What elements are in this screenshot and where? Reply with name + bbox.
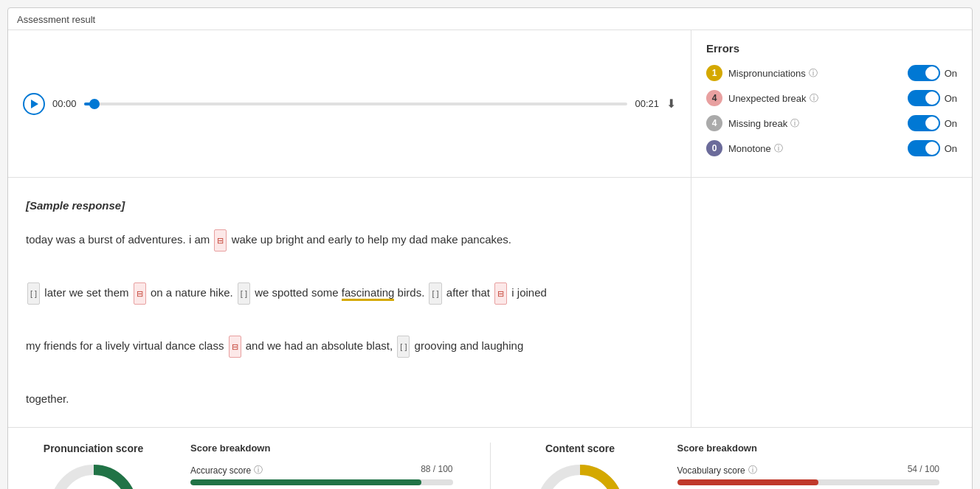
transcript-line2: [ ] later we set them ⊟ on a nature hike… (26, 286, 547, 299)
page-title: Assessment result (8, 8, 972, 30)
accuracy-fill (190, 479, 421, 485)
error-row-unexpected-break: 4 Unexpected break ⓘ On (706, 90, 957, 106)
transcript-section: [Sample response] today was a burst of a… (8, 178, 972, 428)
audio-panel: 00:00 00:21 ⬇ (8, 30, 691, 177)
mispronunciations-toggle[interactable] (908, 65, 940, 81)
pronunciation-breakdown: Score breakdown Accuracy score ⓘ 88 / 10… (176, 443, 467, 489)
pronunciation-block: Pronunciation score 90 0 ~ 59 60 ~ 79 (26, 443, 161, 489)
missing-break-badge: 4 (706, 115, 722, 131)
error-row-missing-break: 4 Missing break ⓘ On (706, 115, 957, 131)
unexpected-break-badge: 4 (706, 90, 722, 106)
toggle-thumb-4 (925, 142, 939, 155)
audio-thumb (89, 99, 100, 109)
break-marker-1: ⊟ (214, 229, 227, 252)
break-marker-2: [ ] (27, 282, 40, 305)
audio-track[interactable] (84, 103, 628, 105)
mispronunciations-badge: 1 (706, 65, 722, 81)
accuracy-row-header: Accuracy score ⓘ 88 / 100 (190, 464, 452, 476)
break-marker-4: [ ] (238, 282, 250, 305)
unexpected-break-label: Unexpected break ⓘ (728, 92, 902, 105)
unexpected-break-info-icon[interactable]: ⓘ (810, 92, 818, 105)
missing-break-toggle-label: On (945, 118, 957, 129)
bottom-section: Pronunciation score 90 0 ~ 59 60 ~ 79 (8, 428, 972, 489)
missing-break-info-icon[interactable]: ⓘ (790, 117, 799, 130)
time-start: 00:00 (52, 98, 77, 109)
content-breakdown: Score breakdown Vocabulary score ⓘ 54 / … (663, 443, 954, 489)
vocabulary-row-header: Vocabulary score ⓘ 54 / 100 (677, 464, 939, 476)
fascinating-word: fascinating (342, 286, 395, 301)
monotone-toggle[interactable] (908, 140, 940, 156)
transcript-text: today was a burst of adventures. i am ⊟ … (26, 233, 511, 246)
unexpected-break-toggle-label: On (945, 93, 957, 104)
unexpected-break-toggle-container: On (908, 90, 957, 106)
content-donut: 60 (532, 460, 628, 489)
errors-panel-right-spacer (691, 178, 972, 427)
break-marker-6: ⊟ (494, 282, 507, 305)
content-breakdown-title: Score breakdown (677, 443, 939, 454)
pronunciation-title: Pronunciation score (44, 443, 143, 454)
accuracy-label: Accuracy score ⓘ (190, 464, 263, 476)
missing-break-toggle-container: On (908, 115, 957, 131)
transcript-line3: my friends for a lively virtual dance cl… (26, 339, 523, 352)
monotone-label: Monotone ⓘ (728, 142, 902, 155)
break-marker-7: ⊟ (229, 336, 241, 358)
accuracy-value: 88 / 100 (421, 464, 452, 476)
monotone-info-icon[interactable]: ⓘ (774, 142, 783, 155)
error-row-mispronunciations: 1 Mispronunciations ⓘ On (706, 65, 957, 81)
errors-panel: Errors 1 Mispronunciations ⓘ On 4 Unexpe… (691, 30, 972, 177)
accuracy-bar (190, 479, 452, 485)
pronunciation-breakdown-title: Score breakdown (190, 443, 452, 454)
monotone-toggle-container: On (908, 140, 957, 156)
sample-label: [Sample response] (26, 193, 673, 219)
vocabulary-fill (677, 479, 819, 485)
toggle-thumb-3 (925, 117, 939, 130)
pronunciation-donut: 90 (46, 460, 142, 489)
mispronunciations-toggle-label: On (945, 68, 957, 79)
content-donut-svg (532, 460, 628, 489)
vocabulary-value: 54 / 100 (908, 464, 939, 476)
break-marker-8: [ ] (397, 336, 410, 358)
play-button[interactable] (23, 93, 45, 115)
mispronunciations-info-icon[interactable]: ⓘ (809, 67, 818, 80)
toggle-thumb-2 (925, 91, 939, 105)
errors-title: Errors (706, 42, 957, 55)
break-marker-5: [ ] (429, 282, 441, 305)
accuracy-info-icon[interactable]: ⓘ (254, 464, 263, 476)
pronunciation-donut-svg (46, 460, 142, 489)
mispronunciations-toggle-container: On (908, 65, 957, 81)
error-row-monotone: 0 Monotone ⓘ On (706, 140, 957, 156)
vocabulary-label: Vocabulary score ⓘ (677, 464, 757, 476)
missing-break-label: Missing break ⓘ (728, 117, 902, 130)
unexpected-break-toggle[interactable] (908, 90, 940, 106)
content-title: Content score (545, 443, 615, 454)
monotone-badge: 0 (706, 140, 722, 156)
transcript-line4: together. (26, 392, 69, 405)
toggle-thumb (925, 66, 939, 80)
top-section: 00:00 00:21 ⬇ Errors 1 Mispronunciations… (8, 30, 972, 178)
vocabulary-info-icon[interactable]: ⓘ (748, 464, 757, 476)
download-button[interactable]: ⬇ (666, 97, 676, 111)
assessment-container: Assessment result 00:00 00:21 ⬇ Errors 1… (7, 7, 973, 489)
missing-break-toggle[interactable] (908, 115, 940, 131)
vocabulary-row: Vocabulary score ⓘ 54 / 100 (677, 464, 939, 485)
play-icon (31, 100, 38, 108)
time-end: 00:21 (635, 98, 659, 109)
mispronunciations-label: Mispronunciations ⓘ (728, 67, 902, 80)
transcript-panel: [Sample response] today was a burst of a… (8, 178, 691, 427)
monotone-toggle-label: On (945, 143, 957, 154)
divider (490, 443, 491, 489)
vocabulary-bar (677, 479, 939, 485)
content-block: Content score 60 0 ~ 59 60 ~ 79 (513, 443, 648, 489)
accuracy-row: Accuracy score ⓘ 88 / 100 (190, 464, 452, 485)
break-marker-3: ⊟ (134, 282, 146, 305)
